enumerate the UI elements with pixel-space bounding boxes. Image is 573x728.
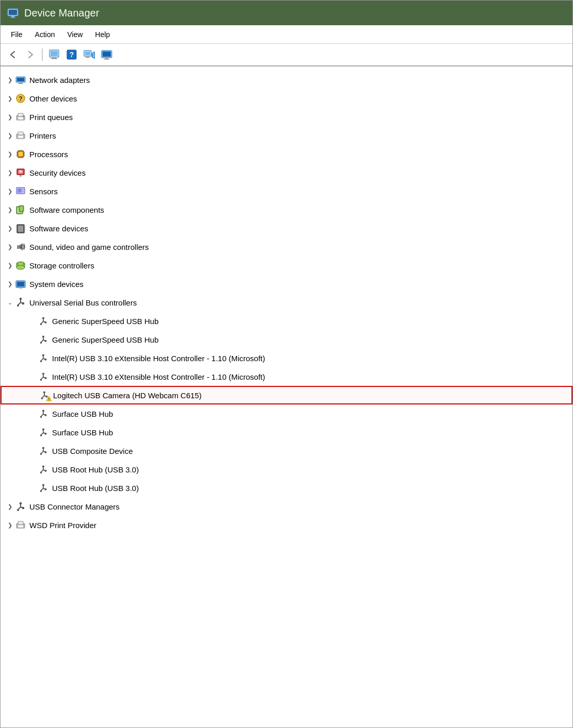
tree-item-surface-hub-2[interactable]: Surface USB Hub [1,423,572,442]
svg-rect-83 [45,321,47,324]
expand-arrow-security[interactable]: ❯ [5,167,15,178]
tree-item-usb-hub-2[interactable]: Generic SuperSpeed USB Hub [1,330,572,349]
tree-item-usb-hub-1[interactable]: Generic SuperSpeed USB Hub [1,312,572,330]
svg-rect-6 [52,57,56,58]
tree-item-sensors[interactable]: ❯ Sensors [1,182,572,200]
usb-controllers-icon [15,297,26,308]
svg-rect-34 [18,136,23,138]
svg-rect-19 [103,52,111,57]
logitech-camera-icon: ! [39,390,50,401]
expand-arrow-software-dev[interactable]: ❯ [5,223,15,233]
menu-view[interactable]: View [61,28,89,41]
tree-item-usb-root-2[interactable]: USB Root Hub (USB 3.0) [1,479,572,497]
software-devices-icon [15,223,26,234]
expand-arrow-software-comp[interactable]: ❯ [5,205,15,215]
wsd-print-icon [15,519,26,531]
expand-arrow-other[interactable]: ❯ [5,93,15,104]
usb-root-1-icon [38,464,49,475]
svg-point-78 [42,317,44,319]
network-adapters-label: Network adapters [29,76,90,84]
tree-item-wsd-print[interactable]: ❯ WSD Print Provider [1,516,572,534]
expand-arrow-wsd[interactable]: ❯ [5,520,15,530]
tree-item-usb-connector[interactable]: ❯ USB Connector Managers [1,497,572,516]
svg-marker-64 [20,243,23,250]
print-queues-icon [15,111,26,123]
svg-rect-1 [9,10,17,15]
surface-hub-1-icon [38,408,49,419]
svg-point-72 [20,298,22,300]
menu-help[interactable]: Help [89,28,116,41]
print-queues-label: Print queues [29,113,73,122]
svg-rect-54 [18,189,22,193]
tree-item-sound-video[interactable]: ❯ Sound, video and game controllers [1,238,572,256]
svg-point-96 [42,373,44,375]
logitech-camera-label: Logitech USB Camera (HD Webcam C615) [53,391,201,400]
svg-point-110 [42,410,44,412]
tree-item-processors[interactable]: ❯ Proces [1,145,572,163]
tree-item-surface-hub-1[interactable]: Surface USB Hub [1,404,572,423]
expand-arrow-print-queues[interactable]: ❯ [5,112,15,122]
printers-icon [15,130,26,141]
processors-label: Processors [29,150,68,159]
sound-label: Sound, video and game controllers [29,243,149,251]
sensors-icon [15,185,26,197]
scan-button[interactable] [81,46,97,63]
expand-arrow-usb-conn[interactable]: ❯ [5,501,15,512]
svg-rect-55 [22,189,24,190]
tree-item-software-devices[interactable]: ❯ Software devices [1,219,572,238]
storage-label: Storage controllers [29,261,94,270]
properties-button[interactable] [46,46,62,63]
help-context-button[interactable]: ? [63,46,80,63]
expand-arrow-sensors[interactable]: ❯ [5,186,15,196]
svg-rect-70 [17,282,24,286]
svg-point-132 [40,472,42,474]
surface-hub-2-label: Surface USB Hub [52,428,113,437]
tree-item-usb-controllers[interactable]: ⌄ Universal Serial Bus controllers [1,293,572,312]
tree-item-printers[interactable]: ❯ Printers [1,126,572,145]
usb-hub-1-icon [38,315,49,327]
expand-arrow-usb[interactable]: ⌄ [5,297,15,308]
menu-file[interactable]: File [5,28,29,41]
processors-icon [15,148,26,160]
tree-item-print-queues[interactable]: ❯ Print queues [1,108,572,126]
svg-rect-121 [45,433,47,435]
tree-item-logitech-camera[interactable]: ! Logitech USB Camera (HD Webcam C615) [1,386,572,404]
expand-arrow-processors[interactable]: ❯ [5,149,15,159]
svg-point-116 [42,429,44,431]
usb-root-1-label: USB Root Hub (USB 3.0) [52,465,139,474]
tree-item-usb-composite[interactable]: USB Composite Device [1,442,572,460]
svg-rect-3 [10,17,15,18]
tree-item-intel-usb-2[interactable]: Intel(R) USB 3.10 eXtensible Host Contro… [1,367,572,386]
svg-rect-63 [17,245,20,249]
svg-point-84 [42,336,44,338]
forward-button[interactable] [22,46,39,63]
tree-item-security-devices[interactable]: ❯ Security devices [1,163,572,182]
tree-item-network-adapters[interactable]: ❯ Network adapters [1,71,572,89]
tree-item-other-devices[interactable]: ❯ ? Other devices [1,89,572,108]
back-button[interactable] [5,46,21,63]
expand-arrow-printers[interactable]: ❯ [5,130,15,141]
tree-item-software-components[interactable]: ❯ Software components [1,200,572,219]
security-devices-icon [15,167,26,178]
expand-arrow-system[interactable]: ❯ [5,279,15,289]
system-devices-label: System devices [29,280,83,289]
svg-point-144 [17,509,19,511]
svg-point-138 [40,490,42,493]
usb-connector-label: USB Connector Managers [29,502,120,511]
tree-item-intel-usb-1[interactable]: Intel(R) USB 3.10 eXtensible Host Contro… [1,349,572,367]
menu-action[interactable]: Action [29,28,61,41]
svg-point-140 [20,502,22,504]
expand-arrow-storage[interactable]: ❯ [5,260,15,270]
tree-item-usb-root-1[interactable]: USB Root Hub (USB 3.0) [1,460,572,479]
svg-rect-71 [19,287,22,289]
svg-point-68 [18,263,23,265]
svg-rect-62 [18,226,23,232]
menu-bar: File Action View Help [1,25,572,44]
expand-arrow-network[interactable]: ❯ [5,75,15,85]
svg-point-82 [40,324,42,326]
tree-item-system-devices[interactable]: ❯ System devices [1,275,572,293]
usb-root-2-label: USB Root Hub (USB 3.0) [52,484,139,493]
expand-arrow-sound[interactable]: ❯ [5,242,15,252]
tree-item-storage-controllers[interactable]: ❯ Storage controllers [1,256,572,275]
monitor-button[interactable] [98,46,115,63]
